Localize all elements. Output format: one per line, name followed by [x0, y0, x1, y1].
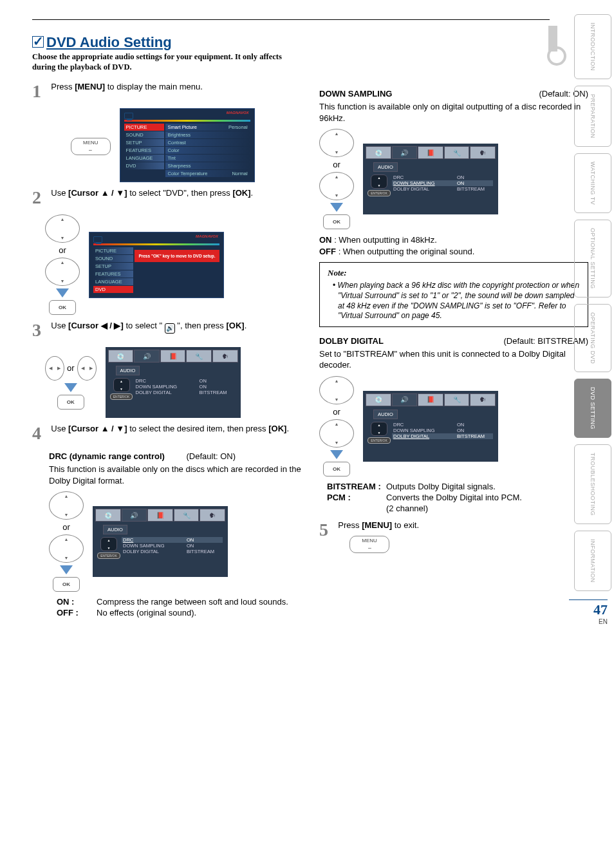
osd-tab: 💿	[366, 393, 391, 406]
osd-audio-row: DRCON	[122, 537, 223, 543]
down-desc: This function is available only on digit…	[319, 101, 588, 124]
ok-key-icon: OK	[53, 577, 80, 592]
drc-off-row: OFF :No effects (original sound).	[57, 608, 301, 618]
step-number: 2	[32, 187, 49, 208]
note-heading: Note:	[328, 268, 580, 278]
osd-tab: 🗣	[470, 146, 496, 159]
osd-tab: 💿	[95, 509, 121, 522]
osd-audio-row: DOLBY DIGITALBITSTREAM	[122, 549, 223, 554]
cursor-updown-icon	[49, 534, 84, 563]
cursor-updown-icon	[45, 258, 80, 286]
ok-key-icon: OK	[323, 214, 350, 229]
remote-cluster: or OK	[319, 129, 354, 229]
or-label: or	[333, 160, 340, 169]
menu-left-item: PICTURE	[124, 124, 164, 131]
menu-left-item: FEATURES	[124, 147, 164, 154]
drc-desc: This function is available only on the d…	[49, 464, 301, 486]
cursor-left-icon	[45, 356, 64, 381]
dolby-heading: DOLBY DIGITAL (Default: BITSTREAM)	[319, 336, 588, 346]
arrow-down-icon	[56, 288, 69, 297]
remote-cluster: or OK	[49, 491, 84, 592]
menu-left-item: SETUP	[124, 139, 164, 146]
osd-tab: 🔊	[134, 350, 160, 363]
side-tabs: INTRODUCTIONPREPARATIONWATCHING TVOPTION…	[574, 14, 611, 591]
step-number: 3	[32, 320, 49, 341]
step-text: Use [Cursor ◀ / ▶] to select " 🔊 ", then…	[51, 320, 301, 334]
dolby-pcm-row: PCM :Converts the Dolby Digital into PCM…	[327, 493, 588, 502]
top-rule	[32, 19, 550, 20]
osd-audio-row: DOWN SAMPLINGON	[122, 543, 223, 549]
side-tab[interactable]: OPERATING DVD	[574, 304, 611, 372]
osd-tab: 🔊	[392, 146, 418, 159]
cursor-updown-icon	[45, 214, 80, 243]
checkbox-icon: ✓	[32, 36, 44, 48]
menu-right-item: Color	[165, 147, 250, 154]
step-text: Use [Cursor ▲ / ▼] to select the desired…	[51, 423, 301, 435]
down-figure: or OK 💿🔊📕🔧🗣AUDIOENTER/OKDRCONDOWN SAMPLI…	[319, 129, 588, 229]
osd-tab: 🔧	[174, 509, 200, 522]
remote-cluster: or OK	[45, 356, 97, 410]
osd-audio-row: DRCON	[392, 422, 493, 428]
step-number: 4	[32, 423, 49, 444]
arrow-down-icon	[330, 450, 343, 459]
side-tab[interactable]: INTRODUCTION	[574, 14, 611, 79]
page-subtitle: Choose the appropriate audio settings fo…	[32, 52, 302, 72]
side-tab[interactable]: INFORMATION	[574, 531, 611, 591]
side-tab[interactable]: WATCHING TV	[574, 153, 611, 213]
osd-tab: 🔊	[392, 393, 418, 406]
or-label: or	[67, 363, 75, 373]
menu-key-icon: MENU⎯	[71, 138, 111, 155]
down-section: DOWN SAMPLING (Default: ON) This functio…	[319, 89, 588, 257]
step-2: 2 Use [Cursor ▲ / ▼] to select "DVD", th…	[32, 187, 301, 208]
menu-left-item: LANGUAGE	[93, 278, 133, 285]
osd-tab: 🔊	[122, 509, 147, 522]
page: ✓DVD Audio Setting Choose the appropriat…	[0, 0, 614, 638]
down-on: ON : When outputting in 48kHz.	[319, 234, 588, 246]
step-text: Press [MENU] to display the main menu.	[51, 81, 301, 93]
dolby-bit-row: BITSTREAM :Outputs Dolby Digital signals…	[327, 482, 588, 491]
enter-ok-icon: ENTER/OK	[110, 393, 133, 400]
osd-audio-label: AUDIO	[103, 525, 127, 534]
cursor-updown-icon	[319, 172, 354, 200]
osd-tab: 🔧	[444, 146, 470, 159]
enter-ok-icon: ENTER/OK	[367, 437, 391, 444]
osd-audio-row: DOWN SAMPLINGON	[392, 180, 493, 186]
arrow-down-icon	[64, 383, 77, 392]
page-footer: 47 EN	[569, 599, 608, 625]
left-column: 1 Press [MENU] to display the main menu.…	[32, 81, 301, 619]
step2-figure: or OK MAGNAVOX PICTURESOUNDSETUPFEATURES…	[45, 214, 301, 315]
osd-tab: 🔧	[444, 393, 470, 406]
menu-left-item: PICTURE	[93, 247, 133, 254]
osd-audio-row: DOWN SAMPLINGON	[392, 428, 493, 433]
menu-key-figure: MENU⎯	[71, 135, 111, 155]
step-text: Press [MENU] to exit. MENU⎯	[338, 520, 588, 554]
osd-audio-row: DRCON	[392, 175, 493, 180]
or-label: or	[333, 407, 340, 417]
osd-tab: 📕	[160, 350, 186, 363]
step-number: 5	[319, 520, 336, 540]
osd-audio-row: DOLBY DIGITALBITSTREAM	[135, 390, 236, 395]
menu-right-item: Brightness	[165, 131, 250, 138]
side-tab[interactable]: DVD SETTING	[574, 379, 611, 438]
osd-audio: 💿🔊📕🔧🗣AUDIOENTER/OKDRCONDOWN SAMPLINGONDO…	[106, 347, 241, 418]
side-tab[interactable]: TROUBLESHOOTING	[574, 444, 611, 524]
note-item: When playing back a 96 kHz disc with the…	[333, 281, 580, 321]
or-label: or	[62, 522, 70, 532]
menu-left-item: DVD	[93, 286, 133, 293]
drc-on-row: ON :Compress the range between soft and …	[57, 597, 301, 607]
osd-tab: 📕	[418, 146, 443, 159]
osd-tab: 💿	[366, 146, 391, 159]
osd-audio-row: DOLBY DIGITALBITSTREAM	[392, 433, 493, 439]
decorative-corner	[548, 26, 557, 52]
down-off: OFF : When outputting the original sound…	[319, 246, 588, 258]
osd-audio-label: AUDIO	[373, 162, 398, 172]
arrow-down-icon	[330, 203, 343, 212]
drc-heading: DRC (dynamic range control) (Default: ON…	[49, 451, 301, 461]
osd-tab: 📕	[147, 509, 173, 522]
menu-right-item: Smart PicturePersonal	[165, 124, 250, 131]
side-tab[interactable]: PREPARATION	[574, 86, 611, 147]
osd-picture-menu: MAGNAVOX PICTURESOUNDSETUPFEATURESLANGUA…	[120, 108, 255, 182]
side-tab[interactable]: OPTIONAL SETTING	[574, 220, 611, 297]
cursor-updown-icon	[319, 376, 354, 404]
dolby-section: DOLBY DIGITAL (Default: BITSTREAM) Set t…	[319, 336, 588, 513]
